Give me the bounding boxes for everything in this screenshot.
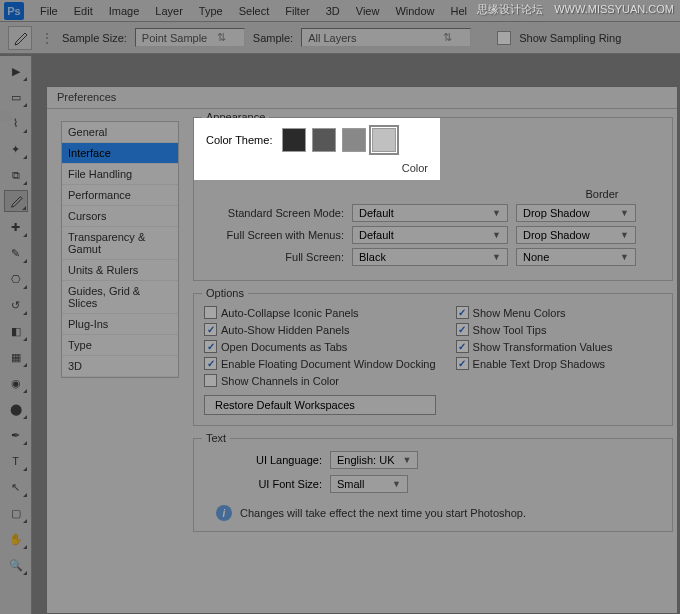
chevron-updown-icon: ⇅	[443, 31, 452, 44]
checkbox-empty-icon	[497, 31, 511, 45]
chevron-updown-icon: ⇅	[217, 31, 226, 44]
app-logo: Ps	[4, 2, 24, 20]
grip-icon: ⋮	[40, 30, 54, 46]
opt-floating-dock[interactable]: ✓Enable Floating Document Window Docking	[204, 357, 436, 370]
pref-cat-3d[interactable]: 3D	[62, 356, 178, 377]
checkbox-icon: ✓	[456, 323, 469, 336]
heal-tool-icon[interactable]: ✚	[4, 216, 28, 238]
watermark-b: WWW.MISSYUAN.COM	[554, 3, 674, 15]
info-icon: i	[216, 505, 232, 521]
pref-cat-type[interactable]: Type	[62, 335, 178, 356]
standard-screen-label: Standard Screen Mode:	[204, 207, 344, 219]
opt-menu-colors[interactable]: ✓Show Menu Colors	[456, 306, 613, 319]
shape-tool-icon[interactable]: ▢	[4, 502, 28, 524]
menu-window[interactable]: Window	[387, 2, 442, 20]
pref-cat-cursors[interactable]: Cursors	[62, 206, 178, 227]
pref-cat-transparency[interactable]: Transparency & Gamut	[62, 227, 178, 260]
theme-swatch-3[interactable]	[342, 128, 366, 152]
path-tool-icon[interactable]: ↖	[4, 476, 28, 498]
menu-file[interactable]: File	[32, 2, 66, 20]
ui-fontsize-select[interactable]: Small▼	[330, 475, 408, 493]
dodge-tool-icon[interactable]: ⬤	[4, 398, 28, 420]
menu-type[interactable]: Type	[191, 2, 231, 20]
history-brush-tool-icon[interactable]: ↺	[4, 294, 28, 316]
menu-help[interactable]: Hel	[443, 2, 476, 20]
theme-swatch-4[interactable]	[372, 128, 396, 152]
pref-cat-filehandling[interactable]: File Handling	[62, 164, 178, 185]
opt-auto-show[interactable]: ✓Auto-Show Hidden Panels	[204, 323, 436, 336]
standard-screen-border-select[interactable]: Drop Shadow▼	[516, 204, 636, 222]
checkbox-icon: ✓	[456, 357, 469, 370]
marquee-tool-icon[interactable]: ▭	[4, 86, 28, 108]
checkbox-icon: ✓	[456, 340, 469, 353]
toolbox: ▶ ▭ ⌇ ✦ ⧉ ✚ ✎ ⎔ ↺ ◧ ▦ ◉ ⬤ ✒ T ↖ ▢ ✋ 🔍	[0, 56, 32, 614]
pref-cat-plugins[interactable]: Plug-Ins	[62, 314, 178, 335]
pref-cat-units[interactable]: Units & Rulers	[62, 260, 178, 281]
show-sampling-ring-checkbox[interactable]: Show Sampling Ring	[497, 31, 621, 45]
opt-transform-values[interactable]: ✓Show Transformation Values	[456, 340, 613, 353]
chevron-down-icon: ▼	[402, 455, 411, 465]
ui-fontsize-label: UI Font Size:	[204, 478, 322, 490]
pref-cat-interface[interactable]: Interface	[62, 143, 178, 164]
eraser-tool-icon[interactable]: ◧	[4, 320, 28, 342]
gradient-tool-icon[interactable]: ▦	[4, 346, 28, 368]
zoom-tool-icon[interactable]: 🔍	[4, 554, 28, 576]
wand-tool-icon[interactable]: ✦	[4, 138, 28, 160]
ui-language-select[interactable]: English: UK▼	[330, 451, 418, 469]
menu-view[interactable]: View	[348, 2, 388, 20]
chevron-down-icon: ▼	[620, 252, 629, 262]
border-column-header: Border	[542, 188, 662, 200]
text-group: Text UI Language: English: UK▼ UI Font S…	[193, 438, 673, 532]
menu-image[interactable]: Image	[101, 2, 148, 20]
opt-auto-collapse[interactable]: Auto-Collapse Iconic Panels	[204, 306, 436, 319]
preferences-title: Preferences	[47, 87, 677, 109]
fullscreen-border-select[interactable]: None▼	[516, 248, 636, 266]
opt-tooltips[interactable]: ✓Show Tool Tips	[456, 323, 613, 336]
hand-tool-icon[interactable]: ✋	[4, 528, 28, 550]
options-group: Options Auto-Collapse Iconic Panels ✓Aut…	[193, 293, 673, 426]
eyedropper-tool-icon[interactable]	[4, 190, 28, 212]
pref-cat-guides[interactable]: Guides, Grid & Slices	[62, 281, 178, 314]
sample-size-select[interactable]: Point Sample ⇅	[135, 28, 245, 47]
watermark: 思缘设计论坛 WWW.MISSYUAN.COM	[477, 2, 674, 17]
fullscreen-color-select[interactable]: Black▼	[352, 248, 508, 266]
standard-screen-color-select[interactable]: Default▼	[352, 204, 508, 222]
menu-edit[interactable]: Edit	[66, 2, 101, 20]
eyedropper-tool-icon[interactable]	[8, 26, 32, 50]
chevron-down-icon: ▼	[620, 208, 629, 218]
crop-tool-icon[interactable]: ⧉	[4, 164, 28, 186]
pref-cat-performance[interactable]: Performance	[62, 185, 178, 206]
menu-filter[interactable]: Filter	[277, 2, 317, 20]
sample-value: All Layers	[308, 32, 356, 44]
move-tool-icon[interactable]: ▶	[4, 60, 28, 82]
theme-swatch-2[interactable]	[312, 128, 336, 152]
stamp-tool-icon[interactable]: ⎔	[4, 268, 28, 290]
blur-tool-icon[interactable]: ◉	[4, 372, 28, 394]
checkbox-icon: ✓	[204, 340, 217, 353]
checkbox-icon: ✓	[204, 357, 217, 370]
type-tool-icon[interactable]: T	[4, 450, 28, 472]
opt-text-shadows[interactable]: ✓Enable Text Drop Shadows	[456, 357, 613, 370]
pref-cat-general[interactable]: General	[62, 122, 178, 143]
ui-language-label: UI Language:	[204, 454, 322, 466]
lasso-tool-icon[interactable]: ⌇	[4, 112, 28, 134]
chevron-down-icon: ▼	[620, 230, 629, 240]
sample-size-label: Sample Size:	[62, 32, 127, 44]
opt-open-tabs[interactable]: ✓Open Documents as Tabs	[204, 340, 436, 353]
restore-workspaces-button[interactable]: Restore Default Workspaces	[204, 395, 436, 415]
brush-tool-icon[interactable]: ✎	[4, 242, 28, 264]
color-column-header-dup	[376, 188, 532, 200]
opt-channels-color[interactable]: Show Channels in Color	[204, 374, 436, 387]
menu-select[interactable]: Select	[231, 2, 278, 20]
menu-layer[interactable]: Layer	[147, 2, 191, 20]
fullscreen-menus-border-select[interactable]: Drop Shadow▼	[516, 226, 636, 244]
restart-info: i Changes will take effect the next time…	[216, 505, 662, 521]
text-legend: Text	[202, 432, 230, 444]
sample-select[interactable]: All Layers ⇅	[301, 28, 471, 47]
menu-3d[interactable]: 3D	[318, 2, 348, 20]
fullscreen-menus-color-select[interactable]: Default▼	[352, 226, 508, 244]
pref-content: Appearance Color Theme: Color	[179, 109, 677, 613]
color-theme-label: Color Theme:	[206, 134, 272, 146]
theme-swatch-1[interactable]	[282, 128, 306, 152]
pen-tool-icon[interactable]: ✒	[4, 424, 28, 446]
